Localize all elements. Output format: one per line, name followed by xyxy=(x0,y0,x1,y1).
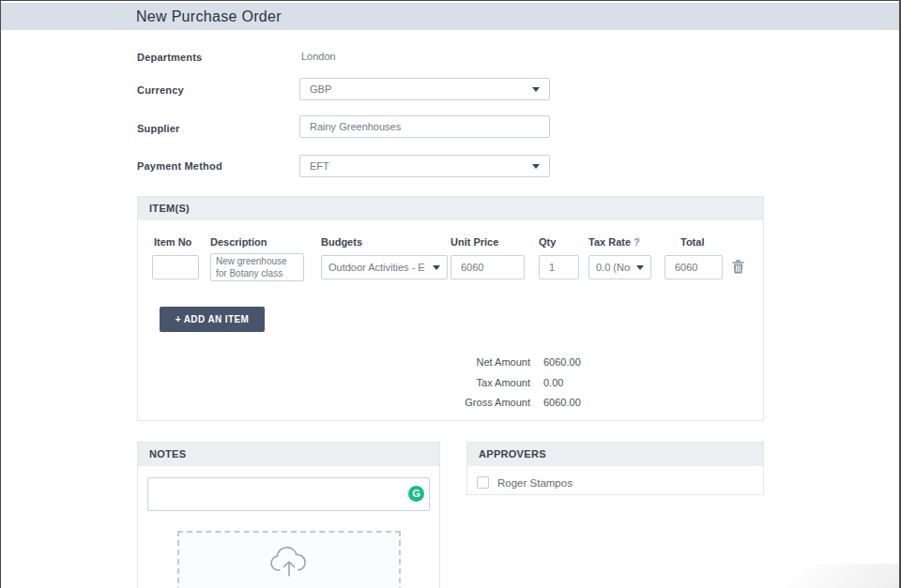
notes-input[interactable] xyxy=(147,477,430,511)
col-header-item-no: Item No xyxy=(154,236,191,248)
items-section: ITEM(S) Item No Description Budgets Unit… xyxy=(137,196,764,421)
page-title: New Purchase Order xyxy=(136,3,282,30)
tax-rate-help-icon[interactable]: ? xyxy=(634,236,640,248)
grammarly-icon[interactable]: G xyxy=(408,486,424,502)
col-header-total: Total xyxy=(680,236,704,248)
net-amount-label: Net Amount xyxy=(343,356,530,368)
approvers-section: APPROVERS Roger Stampos xyxy=(466,442,764,495)
item-tax-rate-select[interactable]: 0.0 (Nor xyxy=(588,255,651,279)
currency-select-value: GBP xyxy=(310,83,527,95)
items-section-header: ITEM(S) xyxy=(138,197,763,220)
trash-icon xyxy=(732,260,744,274)
net-amount-row: Net Amount 6060.00 xyxy=(138,356,765,369)
tax-amount-row: Tax Amount 0.00 xyxy=(138,377,765,389)
add-an-item-button[interactable]: + ADD AN ITEM xyxy=(160,307,265,332)
item-total-input[interactable] xyxy=(664,255,723,279)
item-unit-price-input[interactable] xyxy=(450,255,525,279)
supplier-label: Supplier xyxy=(137,123,180,134)
purchase-order-page: New Purchase Order Departments London Cu… xyxy=(0,0,901,588)
chevron-down-icon xyxy=(532,164,540,169)
supplier-input[interactable] xyxy=(299,115,550,138)
currency-select[interactable]: GBP xyxy=(299,78,550,100)
delete-item-button[interactable] xyxy=(732,260,744,277)
net-amount-value: 6060.00 xyxy=(543,356,581,368)
tax-amount-label: Tax Amount xyxy=(343,377,530,388)
chevron-down-icon xyxy=(532,87,540,92)
notes-section-header: NOTES xyxy=(138,443,439,466)
payment-method-select-value: EFT xyxy=(310,160,527,172)
gross-amount-value: 6060.00 xyxy=(543,397,581,408)
corner-shade xyxy=(711,564,899,588)
item-budget-select[interactable]: Outdoor Activities - E xyxy=(321,255,448,279)
departments-value: London xyxy=(301,51,336,62)
cloud-upload-icon xyxy=(269,546,309,578)
item-no-input[interactable] xyxy=(152,255,199,279)
approver-name[interactable]: Roger Stampos xyxy=(497,477,573,489)
payment-method-select[interactable]: EFT xyxy=(299,155,550,177)
item-description-input[interactable]: New greenhouse for Botany class xyxy=(210,253,304,281)
item-budget-select-value: Outdoor Activities - E xyxy=(328,262,427,273)
approvers-section-header: APPROVERS xyxy=(467,443,763,466)
payment-method-label: Payment Method xyxy=(137,160,222,172)
departments-label: Departments xyxy=(137,52,202,63)
chevron-down-icon xyxy=(433,265,440,270)
approver-checkbox[interactable] xyxy=(477,476,489,489)
chevron-down-icon xyxy=(636,265,644,270)
item-qty-input[interactable] xyxy=(539,255,579,279)
gross-amount-row: Gross Amount 6060.00 xyxy=(138,397,765,409)
col-header-budgets: Budgets xyxy=(321,236,362,248)
col-header-tax-rate: Tax Rate ? xyxy=(588,236,640,248)
file-dropzone[interactable]: Drag&Drop files here xyxy=(177,531,401,588)
col-header-qty: Qty xyxy=(539,236,556,248)
tax-amount-value: 0.00 xyxy=(543,377,563,388)
item-tax-rate-select-value: 0.0 (Nor xyxy=(596,262,631,273)
col-header-description: Description xyxy=(210,236,267,248)
notes-section: NOTES G Drag&Drop files here xyxy=(137,442,440,588)
page-header: New Purchase Order xyxy=(1,3,899,30)
currency-label: Currency xyxy=(137,84,184,96)
gross-amount-label: Gross Amount xyxy=(343,397,530,408)
col-header-unit-price: Unit Price xyxy=(450,236,498,248)
